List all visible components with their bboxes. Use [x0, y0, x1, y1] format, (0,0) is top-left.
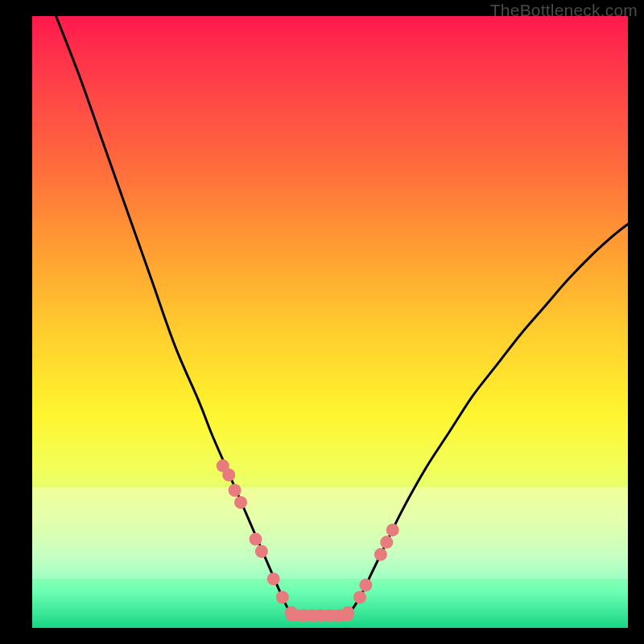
datapoint [276, 591, 289, 604]
datapoint [380, 536, 393, 549]
datapoint-group [217, 460, 399, 622]
datapoint [374, 548, 387, 561]
datapoint [359, 579, 372, 592]
chart-svg [32, 16, 628, 628]
datapoint [234, 496, 247, 509]
datapoint [255, 545, 268, 558]
datapoint [285, 606, 298, 619]
datapoint [341, 606, 354, 619]
datapoint [353, 591, 366, 604]
curve-left [56, 16, 291, 616]
datapoint [229, 484, 242, 497]
watermark-text: TheBottleneck.com [490, 1, 638, 20]
datapoint [222, 469, 235, 481]
curve-right [348, 224, 628, 615]
datapoint [267, 572, 280, 585]
chart-frame: TheBottleneck.com [0, 0, 644, 644]
datapoint [250, 533, 262, 546]
datapoint [386, 523, 399, 536]
plot-area [32, 16, 628, 628]
